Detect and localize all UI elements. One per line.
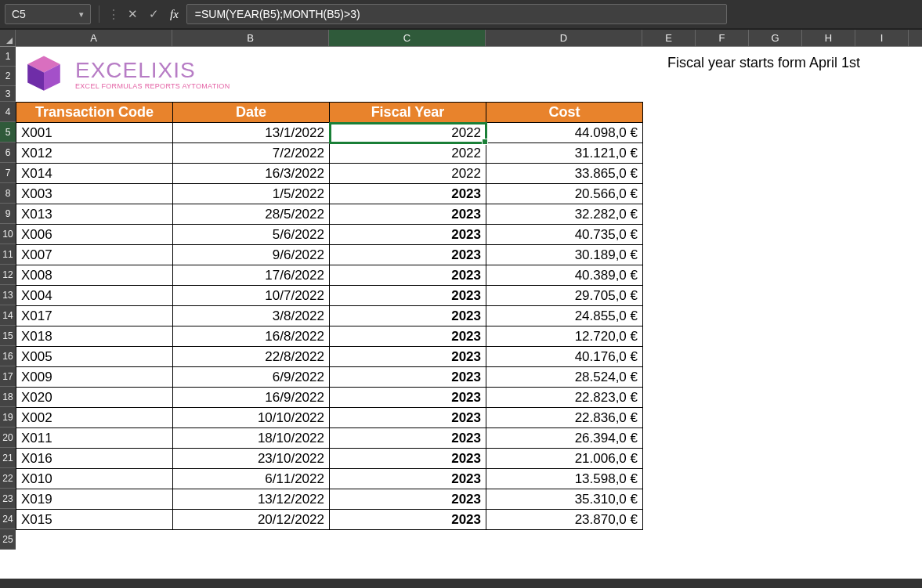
table-row[interactable]: X00522/8/2022202340.176,0 € [16,347,643,367]
row-header-2[interactable]: 2 [0,67,16,86]
empty-row-25[interactable] [16,530,922,547]
cell[interactable]: 21.006,0 € [486,449,643,469]
table-row[interactable]: X01118/10/2022202326.394,0 € [16,428,643,449]
row-header-4[interactable]: 4 [0,102,16,122]
table-row[interactable]: X01913/12/2022202335.310,0 € [16,489,643,510]
cell[interactable]: 22.836,0 € [486,408,643,428]
cell[interactable]: 10/10/2022 [173,408,330,428]
row-header-25[interactable]: 25 [0,529,16,550]
cell[interactable]: 2022 [330,143,486,164]
col-header-A[interactable]: A [16,30,172,46]
cell[interactable]: 7/2/2022 [173,143,330,164]
col-header-D[interactable]: D [486,30,642,46]
cell[interactable]: 22.823,0 € [486,388,643,408]
fx-button[interactable]: fx [167,8,182,21]
table-row[interactable]: X0096/9/2022202328.524,0 € [16,367,643,388]
cell[interactable]: 23/10/2022 [173,449,330,469]
row-header-20[interactable]: 20 [0,427,16,448]
table-row[interactable]: X01328/5/2022202332.282,0 € [16,204,643,225]
cell[interactable]: 6/9/2022 [173,367,330,388]
cell[interactable]: 20/12/2022 [173,510,330,530]
cell[interactable]: 6/11/2022 [173,469,330,489]
cell[interactable]: X009 [16,367,173,388]
cell[interactable]: X003 [16,184,173,204]
row-header-11[interactable]: 11 [0,244,16,265]
cell[interactable]: 2023 [330,286,486,306]
cell[interactable]: 10/7/2022 [173,286,330,306]
cell[interactable]: X016 [16,449,173,469]
cell[interactable]: 2023 [330,449,486,469]
cancel-button[interactable]: ✕ [125,7,141,21]
row-header-21[interactable]: 21 [0,448,16,468]
cell[interactable]: X014 [16,164,173,184]
row-header-17[interactable]: 17 [0,366,16,387]
table-row[interactable]: X00210/10/2022202322.836,0 € [16,408,643,428]
enter-button[interactable]: ✓ [146,7,162,21]
row-header-14[interactable]: 14 [0,305,16,326]
cell[interactable]: 2023 [330,245,486,265]
table-row[interactable]: X0079/6/2022202330.189,0 € [16,245,643,265]
col-header-B[interactable]: B [172,30,329,46]
cell[interactable]: 3/8/2022 [173,306,330,326]
col-header-C[interactable]: C [329,30,486,46]
cell[interactable]: 26.394,0 € [486,428,643,449]
cell[interactable]: 2023 [330,265,486,286]
cell[interactable]: 29.705,0 € [486,286,643,306]
cell[interactable]: 2023 [330,469,486,489]
cell[interactable]: X012 [16,143,173,164]
cell[interactable]: 1/5/2022 [173,184,330,204]
cell[interactable]: 40.735,0 € [486,225,643,245]
cell[interactable]: 28.524,0 € [486,367,643,388]
row-header-15[interactable]: 15 [0,326,16,346]
cell[interactable]: X004 [16,286,173,306]
table-row[interactable]: X01816/8/2022202312.720,0 € [16,326,643,347]
cell[interactable]: 30.189,0 € [486,245,643,265]
cell[interactable]: 16/3/2022 [173,164,330,184]
grid[interactable]: EXCELIXIS EXCEL FORMULAS REPORTS AYTOMAT… [16,47,922,550]
cell[interactable]: 18/10/2022 [173,428,330,449]
cell[interactable]: 33.865,0 € [486,164,643,184]
col-header-I[interactable]: I [855,30,909,46]
cell[interactable]: X001 [16,123,173,143]
cell[interactable]: 40.389,0 € [486,265,643,286]
cell[interactable]: X013 [16,204,173,225]
row-header-8[interactable]: 8 [0,183,16,204]
cell[interactable]: 13/12/2022 [173,489,330,510]
col-header-F[interactable]: F [696,30,749,46]
row-header-6[interactable]: 6 [0,142,16,163]
row-header-9[interactable]: 9 [0,204,16,224]
header-fiscalyear[interactable]: Fiscal Year [330,103,486,123]
cell[interactable]: X011 [16,428,173,449]
cell[interactable]: 2023 [330,326,486,347]
cell[interactable]: X017 [16,306,173,326]
name-box[interactable]: C5 ▾ [5,4,91,24]
cell[interactable]: 16/9/2022 [173,388,330,408]
row-header-24[interactable]: 24 [0,509,16,529]
cell[interactable]: 2022 [330,164,486,184]
row-header-12[interactable]: 12 [0,265,16,285]
table-row[interactable]: X0031/5/2022202320.566,0 € [16,184,643,204]
cell[interactable]: X002 [16,408,173,428]
row-header-10[interactable]: 10 [0,224,16,244]
header-code[interactable]: Transaction Code [16,103,173,123]
cell[interactable]: 5/6/2022 [173,225,330,245]
cell[interactable]: X015 [16,510,173,530]
chevron-down-icon[interactable]: ▾ [79,9,84,20]
cell[interactable]: 2022 [330,123,486,143]
cell[interactable]: 40.176,0 € [486,347,643,367]
cell[interactable]: 9/6/2022 [173,245,330,265]
cell[interactable]: 2023 [330,428,486,449]
cell[interactable]: 2023 [330,510,486,530]
cell[interactable]: X019 [16,489,173,510]
cell[interactable]: X007 [16,245,173,265]
formula-input[interactable]: =SUM(YEAR(B5);MONTH(B5)>3) [186,4,727,24]
table-row[interactable]: X02016/9/2022202322.823,0 € [16,388,643,408]
row-header-16[interactable]: 16 [0,346,16,366]
cell[interactable]: 20.566,0 € [486,184,643,204]
table-row[interactable]: X0173/8/2022202324.855,0 € [16,306,643,326]
cell[interactable]: 23.870,0 € [486,510,643,530]
cell[interactable]: X020 [16,388,173,408]
row-header-23[interactable]: 23 [0,489,16,509]
cell[interactable]: 17/6/2022 [173,265,330,286]
table-row[interactable]: X0106/11/2022202313.598,0 € [16,469,643,489]
